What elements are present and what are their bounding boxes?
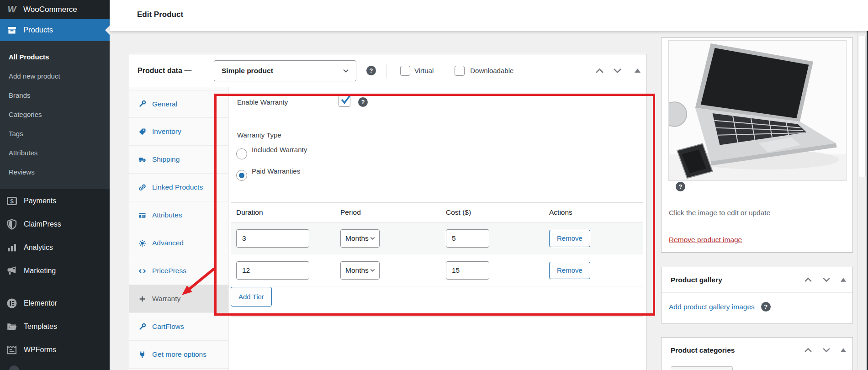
table-bottom-border — [231, 316, 643, 317]
virtual-label: Virtual — [414, 67, 434, 74]
product-data-title: Product data — — [138, 67, 214, 75]
move-up-icon[interactable] — [595, 68, 604, 74]
tab-label: Inventory — [152, 127, 181, 136]
woocommerce-label: WooCommerce — [23, 5, 77, 14]
sidebar-item-categories[interactable]: Categories — [0, 105, 110, 124]
remove-tier-button[interactable]: Remove — [549, 230, 590, 247]
sidebar-item-claimpress[interactable]: ClaimPress — [0, 212, 110, 236]
products-label: Products — [23, 26, 53, 34]
tab-get-more-options[interactable]: Get more options — [129, 341, 228, 369]
elementor-icon — [6, 297, 18, 309]
period-select[interactable]: Months — [340, 261, 380, 280]
payments-label: Payments — [24, 197, 56, 205]
product-gallery-box: Product gallery Add product gallery imag… — [661, 267, 853, 323]
cost-input[interactable] — [446, 261, 489, 280]
sidebar-item-tags[interactable]: Tags — [0, 124, 110, 143]
analytics-bars-icon — [6, 242, 18, 254]
move-up-icon[interactable] — [804, 277, 812, 282]
scrollbar-track[interactable] — [857, 31, 867, 370]
remove-tier-button[interactable]: Remove — [549, 262, 590, 279]
remove-product-image-link[interactable]: Remove product image — [669, 236, 742, 244]
checkmark-icon — [339, 94, 352, 106]
tab-shipping[interactable]: Shipping — [129, 146, 228, 174]
tag-icon — [138, 128, 146, 136]
sidebar-item-wpforms[interactable]: WPForms — [0, 338, 110, 361]
sidebar-item-attributes[interactable]: Attributes — [0, 143, 110, 163]
featured-image-help-icon[interactable]: ? — [676, 182, 685, 191]
elementor-label: Elementor — [24, 299, 57, 307]
table-header-row: Duration Period Cost ($) Actions — [231, 202, 643, 222]
tab-attributes[interactable]: Attributes — [129, 201, 228, 229]
wrench-icon — [138, 323, 146, 331]
paid-warranties-radio[interactable] — [236, 170, 247, 181]
product-image[interactable] — [668, 40, 847, 181]
enable-warranty-checkbox[interactable] — [339, 95, 350, 107]
tab-inventory[interactable]: Inventory — [129, 118, 228, 146]
sidebar-item-products[interactable]: Products — [0, 19, 110, 41]
collapse-panel-icon[interactable] — [841, 348, 846, 352]
product-data-panel: Product data — Simple product ? Virtual … — [129, 54, 646, 370]
move-down-icon[interactable] — [613, 68, 622, 74]
tab-advanced[interactable]: Advanced — [129, 229, 228, 257]
activity-button[interactable]: Activity — [866, 4, 868, 25]
panel-order-controls — [595, 68, 642, 74]
move-down-icon[interactable] — [822, 348, 831, 353]
tab-label: CartFlows — [152, 322, 184, 331]
chevron-down-icon — [370, 235, 376, 241]
sidebar-item-marketing[interactable]: Marketing — [0, 259, 110, 282]
svg-text:$: $ — [10, 197, 14, 204]
tab-label: Get more options — [152, 350, 206, 359]
downloadable-checkbox[interactable] — [455, 66, 465, 76]
page-header: Edit Product Activity Finish setup — [110, 0, 868, 31]
col-period: Period — [340, 208, 446, 217]
marketing-label: Marketing — [24, 267, 56, 275]
add-tier-button[interactable]: Add Tier — [231, 287, 272, 307]
product-gallery-body: Add product gallery images ? — [662, 293, 852, 312]
product-type-select[interactable]: Simple product — [214, 60, 356, 81]
header-divider — [386, 64, 386, 78]
sidebar-item-templates[interactable]: Templates — [0, 315, 110, 338]
included-warranty-radio[interactable] — [236, 148, 247, 159]
virtual-checkbox[interactable] — [400, 66, 410, 76]
scrollbar-thumb[interactable] — [859, 36, 866, 177]
page-title: Edit Product — [137, 10, 183, 19]
categories-tab-partial[interactable] — [671, 366, 733, 370]
tab-cartflows[interactable]: CartFlows — [129, 313, 228, 341]
enable-warranty-help-icon[interactable]: ? — [358, 97, 368, 107]
sidebar-item-reviews[interactable]: Reviews — [0, 163, 110, 182]
tab-pricepress[interactable]: PricePress — [129, 257, 228, 285]
cost-input[interactable] — [446, 229, 489, 248]
sidebar-item-analytics[interactable]: Analytics — [0, 236, 110, 259]
collapse-menu-icon[interactable] — [9, 365, 19, 370]
shield-icon — [6, 218, 18, 230]
period-value: Months — [345, 234, 369, 243]
tab-label: PricePress — [152, 267, 186, 275]
tab-general[interactable]: General — [129, 90, 228, 118]
period-select[interactable]: Months — [340, 229, 380, 248]
product-data-header: Product data — Simple product ? Virtual … — [129, 54, 646, 87]
duration-input[interactable] — [236, 261, 309, 280]
product-type-help-icon[interactable]: ? — [366, 66, 376, 75]
move-up-icon[interactable] — [804, 348, 812, 353]
move-down-icon[interactable] — [822, 277, 831, 282]
sidebar-item-brands[interactable]: Brands — [0, 86, 110, 105]
tab-warranty[interactable]: Warranty — [129, 285, 228, 313]
product-type-value: Simple product — [222, 67, 273, 75]
collapse-panel-icon[interactable] — [841, 278, 846, 282]
claimpress-label: ClaimPress — [24, 220, 61, 228]
product-data-tabs: General Inventory Shipping Linked Produc… — [129, 87, 229, 370]
woocommerce-logo-icon: W — [6, 4, 18, 15]
analytics-label: Analytics — [24, 243, 53, 252]
add-gallery-images-link[interactable]: Add product gallery images — [669, 303, 755, 311]
sidebar-item-woocommerce[interactable]: W WooCommerce — [0, 0, 110, 19]
sidebar-item-payments[interactable]: $ Payments — [0, 189, 110, 212]
gallery-help-icon[interactable]: ? — [761, 302, 771, 312]
sidebar-item-all-products[interactable]: All Products — [0, 48, 110, 67]
collapse-panel-icon[interactable] — [635, 69, 640, 73]
tab-linked-products[interactable]: Linked Products — [129, 174, 228, 201]
duration-input[interactable] — [236, 229, 309, 248]
tab-label: Shipping — [152, 155, 180, 164]
sidebar-item-add-new-product[interactable]: Add new product — [0, 67, 110, 86]
sidebar-item-elementor[interactable]: Elementor — [0, 291, 110, 315]
code-icon — [138, 267, 146, 275]
